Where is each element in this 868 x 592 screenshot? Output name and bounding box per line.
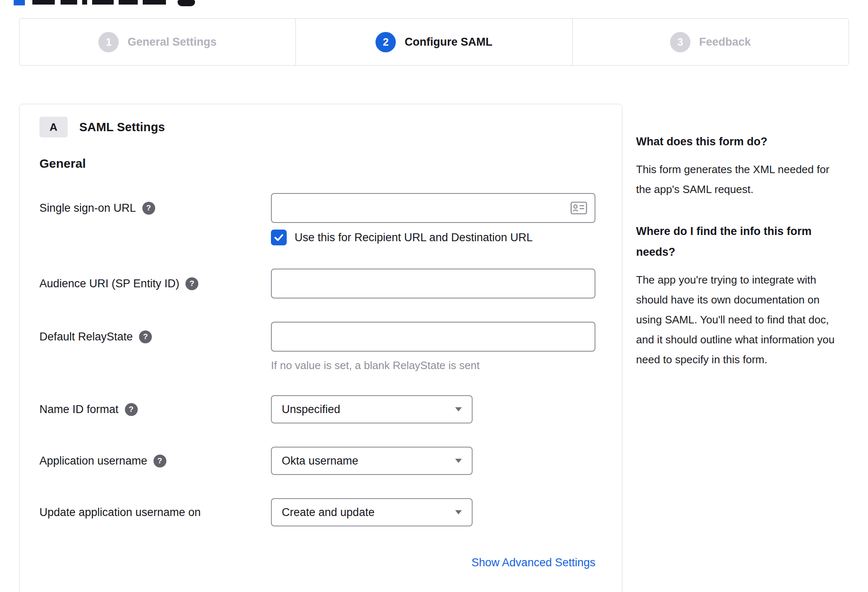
- name-id-format-select[interactable]: Unspecified: [271, 395, 473, 423]
- step-general-settings[interactable]: 1 General Settings: [20, 19, 295, 65]
- recipient-url-checkbox-label[interactable]: Use this for Recipient URL and Destinati…: [295, 231, 533, 244]
- audience-uri-label: Audience URI (SP Entity ID): [39, 277, 179, 290]
- step-number-badge: 3: [670, 32, 690, 52]
- clipped-page-title: [0, 0, 868, 6]
- step-feedback[interactable]: 3 Feedback: [572, 19, 848, 65]
- step-number-badge: 2: [375, 32, 396, 52]
- relaystate-hint: If no value is set, a blank RelayState i…: [271, 359, 595, 372]
- help-icon[interactable]: ?: [142, 202, 155, 215]
- help-icon[interactable]: ?: [125, 403, 138, 416]
- application-username-select[interactable]: Okta username: [271, 447, 473, 475]
- step-label: Configure SAML: [405, 36, 492, 49]
- audience-uri-input[interactable]: [271, 269, 595, 298]
- field-row-update-username: Update application username on Create an…: [39, 498, 602, 526]
- help-text-where: The app you're trying to integrate with …: [636, 270, 846, 369]
- relaystate-input[interactable]: [271, 322, 595, 352]
- help-heading-where: Where do I find the info this form needs…: [636, 221, 831, 262]
- sso-url-label: Single sign-on URL: [39, 202, 136, 215]
- general-section-heading: General: [39, 157, 602, 171]
- step-number-badge: 1: [98, 32, 119, 52]
- field-row-audience: Audience URI (SP Entity ID) ?: [39, 269, 602, 298]
- step-label: General Settings: [127, 36, 217, 49]
- recipient-url-checkbox[interactable]: [271, 230, 287, 245]
- name-id-format-label: Name ID format: [39, 403, 119, 416]
- help-icon[interactable]: ?: [139, 330, 152, 343]
- application-username-label: Application username: [39, 455, 147, 467]
- help-heading-what: What does this form do?: [636, 131, 831, 152]
- relaystate-label: Default RelayState: [39, 330, 133, 343]
- field-row-sso: Single sign-on URL ?: [39, 193, 602, 245]
- clipped-logo-fragment: [14, 0, 25, 5]
- saml-settings-panel: A SAML Settings General Single sign-on U…: [19, 104, 622, 592]
- show-advanced-settings-link[interactable]: Show Advanced Settings: [471, 556, 595, 569]
- wizard-stepper: 1 General Settings 2 Configure SAML 3 Fe…: [19, 18, 849, 66]
- help-text-what: This form generates the XML needed for t…: [636, 159, 846, 199]
- chevron-down-icon: [455, 407, 462, 411]
- field-row-relaystate: Default RelayState ? If no value is set,…: [39, 322, 602, 372]
- field-row-nameid: Name ID format ? Unspecified: [39, 395, 602, 423]
- chevron-down-icon: [455, 459, 462, 463]
- sso-url-input[interactable]: [271, 193, 595, 223]
- panel-title: SAML Settings: [79, 120, 165, 134]
- update-username-select[interactable]: Create and update: [271, 498, 473, 526]
- chevron-down-icon: [455, 510, 462, 514]
- help-icon[interactable]: ?: [154, 455, 166, 467]
- help-icon[interactable]: ?: [185, 277, 198, 290]
- contact-card-icon[interactable]: [571, 202, 587, 215]
- field-row-app-username: Application username ? Okta username: [39, 447, 602, 475]
- clipped-icon-fragment: [178, 0, 195, 6]
- help-sidebar: What does this form do? This form genera…: [636, 104, 849, 391]
- step-configure-saml[interactable]: 2 Configure SAML: [295, 19, 572, 65]
- step-label: Feedback: [699, 36, 751, 49]
- section-a-badge: A: [39, 117, 68, 137]
- update-username-label: Update application username on: [39, 506, 201, 519]
